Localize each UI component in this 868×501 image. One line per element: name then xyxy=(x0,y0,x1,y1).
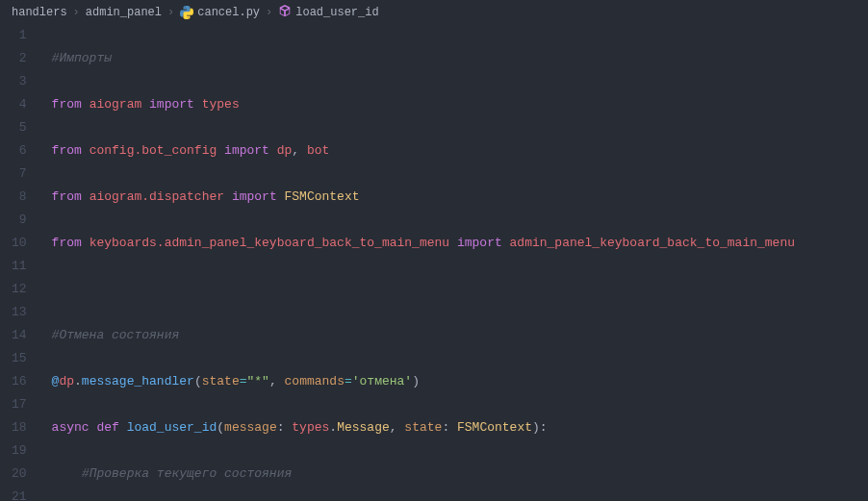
token: state xyxy=(404,420,442,435)
line-number: 21 xyxy=(12,486,27,501)
token-keyword: import xyxy=(149,97,194,112)
chevron-right-icon: › xyxy=(73,6,80,19)
line-number: 9 xyxy=(12,209,27,232)
line-number-gutter: 1 2 3 4 5 6 7 8 9 10 11 12 13 14 15 16 1… xyxy=(0,24,44,501)
token: types xyxy=(202,97,240,112)
token-keyword: async xyxy=(52,420,89,435)
line-number: 14 xyxy=(12,324,27,347)
token: types xyxy=(292,420,329,435)
token-keyword: def xyxy=(96,420,118,435)
token: FSMContext xyxy=(457,420,532,435)
line-number: 17 xyxy=(12,393,27,416)
code-line[interactable]: from aiogram import types xyxy=(52,93,860,116)
code-line[interactable]: from keyboards.admin_panel_keyboard_back… xyxy=(52,232,860,255)
breadcrumb: handlers › admin_panel › cancel.py › loa… xyxy=(0,0,868,24)
token: commands xyxy=(285,374,345,388)
line-number: 13 xyxy=(12,301,27,324)
line-number: 7 xyxy=(12,163,27,186)
breadcrumb-label: cancel.py xyxy=(197,6,260,19)
token-comment: #Проверка текущего состояния xyxy=(82,466,292,481)
token-keyword: import xyxy=(457,236,502,250)
line-number: 8 xyxy=(12,186,27,209)
token-comment: #Отмена состояния xyxy=(52,328,180,342)
line-number: 12 xyxy=(12,278,27,301)
breadcrumb-item-symbol[interactable]: load_user_id xyxy=(278,4,378,20)
line-number: 18 xyxy=(12,416,27,439)
line-number: 6 xyxy=(12,139,27,163)
breadcrumb-item-folder[interactable]: admin_panel xyxy=(86,6,162,19)
line-number: 4 xyxy=(12,93,27,116)
breadcrumb-label: handlers xyxy=(12,6,67,19)
code-line[interactable]: #Импорты xyxy=(52,47,860,70)
token-string: 'отмена' xyxy=(352,374,412,388)
breadcrumb-item-file[interactable]: cancel.py xyxy=(180,6,260,19)
breadcrumb-label: load_user_id xyxy=(295,6,378,19)
line-number: 19 xyxy=(12,439,27,463)
token: config.bot_config xyxy=(89,143,217,158)
line-number: 3 xyxy=(12,70,27,93)
token: dp xyxy=(277,143,293,158)
function-icon xyxy=(278,4,292,20)
line-number: 1 xyxy=(12,24,27,47)
token-string: "*" xyxy=(247,374,269,388)
line-number: 16 xyxy=(12,370,27,393)
code-line[interactable]: #Проверка текущего состояния xyxy=(52,463,860,486)
token: aiogram xyxy=(89,97,142,112)
token-keyword: from xyxy=(52,97,82,112)
token: admin_panel_keyboard_back_to_main_menu xyxy=(510,236,795,250)
token-function: message_handler xyxy=(82,374,194,388)
line-number: 20 xyxy=(12,463,27,486)
breadcrumb-label: admin_panel xyxy=(86,6,162,19)
token: aiogram.dispatcher xyxy=(89,189,224,204)
token: keyboards.admin_panel_keyboard_back_to_m… xyxy=(89,236,449,250)
token: message xyxy=(224,420,277,435)
code-line[interactable]: #Отмена состояния xyxy=(52,324,860,347)
code-line[interactable]: async def load_user_id(message: types.Me… xyxy=(52,416,860,439)
line-number: 11 xyxy=(12,255,27,278)
code-line[interactable] xyxy=(52,278,860,301)
token-keyword: from xyxy=(52,236,82,250)
code-line[interactable]: @dp.message_handler(state="*", commands=… xyxy=(52,370,860,393)
python-file-icon xyxy=(180,6,193,19)
token-keyword: import xyxy=(224,143,269,158)
chevron-right-icon: › xyxy=(167,6,174,19)
breadcrumb-item-folder[interactable]: handlers xyxy=(12,6,67,19)
line-number: 10 xyxy=(12,232,27,255)
token: FSMContext xyxy=(285,189,360,204)
code-content[interactable]: #Импорты from aiogram import types from … xyxy=(44,24,868,501)
code-editor[interactable]: 1 2 3 4 5 6 7 8 9 10 11 12 13 14 15 16 1… xyxy=(0,24,868,501)
code-line[interactable]: from aiogram.dispatcher import FSMContex… xyxy=(52,186,860,209)
token-function: load_user_id xyxy=(127,420,217,435)
token-keyword: from xyxy=(52,143,82,158)
token: dp xyxy=(59,374,74,388)
token: Message xyxy=(337,420,390,435)
token: state xyxy=(202,374,240,388)
line-number: 15 xyxy=(12,347,27,370)
token-keyword: from xyxy=(52,189,82,204)
token-keyword: import xyxy=(232,189,277,204)
line-number: 2 xyxy=(12,47,27,70)
code-line[interactable]: from config.bot_config import dp, bot xyxy=(52,139,860,163)
token-comment: #Импорты xyxy=(52,51,112,65)
chevron-right-icon: › xyxy=(266,6,272,19)
line-number: 5 xyxy=(12,116,27,139)
token: bot xyxy=(307,143,329,158)
